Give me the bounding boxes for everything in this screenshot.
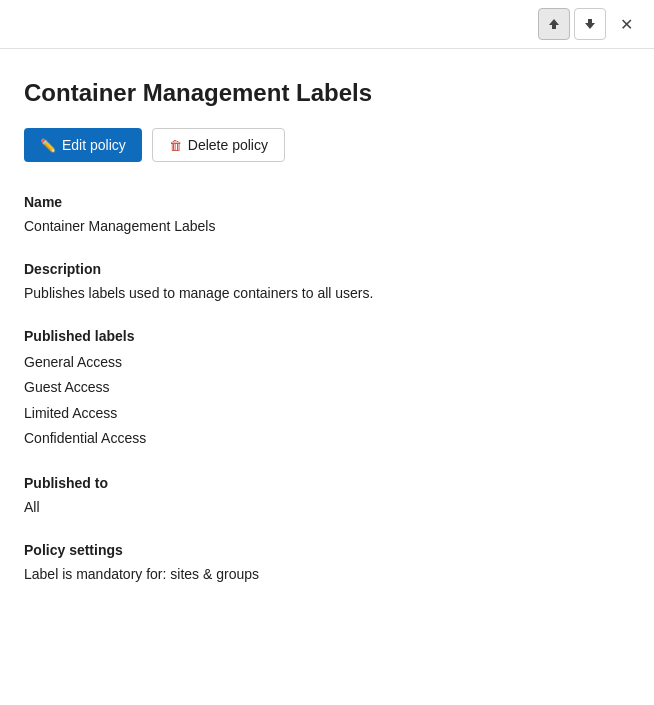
- page-title: Container Management Labels: [24, 77, 630, 108]
- pencil-icon: ✏️: [40, 138, 56, 153]
- close-button[interactable]: ✕: [610, 8, 642, 40]
- description-section: Description Publishes labels used to man…: [24, 261, 630, 304]
- top-toolbar: ✕: [0, 0, 654, 49]
- action-buttons: ✏️ Edit policy 🗑 Delete policy: [24, 128, 630, 162]
- published-to-value: All: [24, 497, 630, 518]
- name-value: Container Management Labels: [24, 216, 630, 237]
- list-item: General Access: [24, 350, 630, 375]
- policy-settings-label: Policy settings: [24, 542, 630, 558]
- published-labels-label: Published labels: [24, 328, 630, 344]
- description-label: Description: [24, 261, 630, 277]
- name-label: Name: [24, 194, 630, 210]
- name-section: Name Container Management Labels: [24, 194, 630, 237]
- list-item: Limited Access: [24, 401, 630, 426]
- delete-policy-button[interactable]: 🗑 Delete policy: [152, 128, 285, 162]
- list-item: Guest Access: [24, 375, 630, 400]
- published-to-label: Published to: [24, 475, 630, 491]
- published-labels-list: General AccessGuest AccessLimited Access…: [24, 350, 630, 451]
- published-labels-section: Published labels General AccessGuest Acc…: [24, 328, 630, 451]
- main-content: Container Management Labels ✏️ Edit poli…: [0, 49, 654, 633]
- scroll-up-button[interactable]: [538, 8, 570, 40]
- policy-settings-section: Policy settings Label is mandatory for: …: [24, 542, 630, 585]
- policy-settings-value: Label is mandatory for: sites & groups: [24, 564, 630, 585]
- list-item: Confidential Access: [24, 426, 630, 451]
- description-value: Publishes labels used to manage containe…: [24, 283, 630, 304]
- trash-icon: 🗑: [169, 138, 182, 153]
- edit-policy-button[interactable]: ✏️ Edit policy: [24, 128, 142, 162]
- published-to-section: Published to All: [24, 475, 630, 518]
- scroll-down-button[interactable]: [574, 8, 606, 40]
